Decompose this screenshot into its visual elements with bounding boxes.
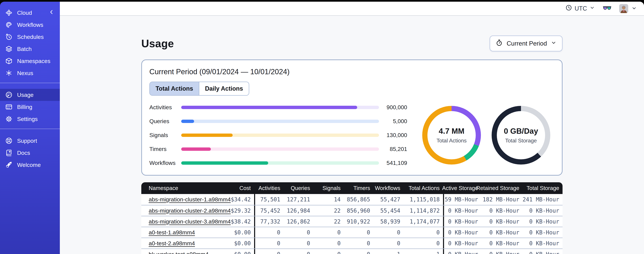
donut-value: 0 GB/Day [504,126,538,136]
bar-value: 900,000 [382,104,407,110]
sidebar-item-welcome[interactable]: Welcome [0,159,60,171]
settings-icon [5,115,13,123]
table-cell: $0.00 [214,249,254,254]
bar-value: 130,000 [382,132,407,138]
namespace-cell: abs-migration-cluster-3.a98mm4 [141,216,214,227]
table-cell: $34.42 [214,194,254,205]
sidebar-divider [0,129,60,129]
table-cell: 0 [344,227,374,238]
sidebar-item-schedules[interactable]: Schedules [0,31,60,43]
sidebar-item-nexus[interactable]: Nexus [0,67,60,79]
column-header-total-storage: Total Storage [523,182,562,194]
table-cell: 0 [374,227,404,238]
schedules-icon [5,33,13,41]
table-row: abs-migration-cluster-2.a98mm4$29.3275,4… [141,205,562,216]
app-window: CloudWorkflowsSchedulesBatchNamespacesNe… [0,2,644,254]
table-cell: 0 KB-Hour [482,238,523,248]
sidebar-item-namespaces[interactable]: Namespaces [0,55,60,67]
bar-fill [181,161,268,165]
namespace-cell: bk-worker-test.a98mm4 [141,249,214,254]
column-header-total-actions: Total Actions [404,182,443,194]
batch-icon [5,45,13,53]
table-cell: 0 [314,227,344,238]
table-cell: 126,984 [284,206,314,216]
table-cell: 1,174,077 [404,216,443,227]
table-cell: 241 MB-Hour [523,194,562,205]
table-cell: 0 KB-Hour [443,216,482,227]
user-avatar[interactable] [619,4,628,13]
table-cell: 22 [314,206,344,216]
bar-track [181,120,379,123]
tab-daily-actions[interactable]: Daily Actions [199,82,249,95]
column-header-workflows: Workflows [374,182,404,194]
namespace-cell: abs-migration-cluster-1.a98mm4 [141,194,214,205]
table-cell: 127,211 [284,194,314,205]
bar-track [181,148,379,151]
column-header-namespace: Namespace [141,182,214,194]
table-cell: 0 [314,238,344,248]
sidebar: CloudWorkflowsSchedulesBatchNamespacesNe… [0,2,60,254]
bar-fill [181,134,233,137]
table-header-row: NamespaceCostActivitiesQueriesSignalsTim… [141,182,562,194]
table-cell: $29.32 [214,206,254,216]
table-cell: $38.42 [214,216,254,227]
sidebar-item-label: Welcome [17,162,41,168]
column-header-retained-storage: Retained Storage [482,182,523,194]
table-cell: 0 [284,227,314,238]
docs-icon [5,149,13,157]
table-cell: 1 [404,249,443,254]
bar-row-queries: Queries5,000 [149,118,407,124]
table-cell: 0 [254,227,284,238]
table-row: abs-migration-cluster-3.a98mm4$38.4277,3… [141,216,562,227]
donut-total-actions: 4.7 MMTotal Actions [422,106,481,164]
sidebar-item-workflows[interactable]: Workflows [0,19,60,31]
table-cell: 0 KB-Hour [482,206,523,216]
sidebar-item-support[interactable]: Support [0,135,60,147]
column-header-active-storage: Active Storage [443,182,482,194]
clock-icon [565,4,572,13]
sidebar-collapse-icon [48,9,55,17]
page-title: Usage [141,37,174,50]
table-cell: 0 KB-Hour [443,249,482,254]
table-cell: 22 [314,216,344,227]
top-header-bar: UTC [60,2,644,16]
timezone-selector[interactable]: UTC [565,4,595,13]
table-cell: 0 [284,238,314,248]
donut-center: 0 GB/DayTotal Storage [497,111,545,159]
table-body: abs-migration-cluster-1.a98mm4$34.4275,5… [141,194,562,254]
bar-track [181,134,379,137]
table-cell: $0.00 [214,238,254,248]
sidebar-item-settings[interactable]: Settings [0,113,60,125]
table-cell: 856,960 [344,206,374,216]
tab-total-actions[interactable]: Total Actions [150,82,199,95]
table-cell: 75,452 [254,206,284,216]
sidebar-item-usage[interactable]: Usage [0,89,60,101]
sidebar-item-batch[interactable]: Batch [0,43,60,55]
sidebar-item-docs[interactable]: Docs [0,147,60,159]
table-cell: 182 MB-Hour [482,194,523,205]
table-cell: 59 MB-Hour [443,194,482,205]
page-content: Usage Current Period Current Period (09/… [60,16,644,254]
bar-row-workflows: Workflows541,109 [149,160,407,166]
table-cell: $0.00 [214,227,254,238]
sidebar-item-billing[interactable]: Billing [0,101,60,113]
sidebar-item-cloud[interactable]: Cloud [0,7,60,19]
period-selector-button[interactable]: Current Period [490,36,562,52]
bar-label: Signals [149,132,178,138]
feedback-glasses-icon[interactable] [603,4,612,13]
sidebar-item-label: Support [17,138,37,144]
table-cell: 0 [344,249,374,254]
table-row: a0-test-1.a98mm4$0.000000000 KB-Hour0 KB… [141,227,562,238]
temporal-logo-icon [5,9,13,16]
table-cell: 0 [254,238,284,248]
column-header-cost: Cost [214,182,254,194]
namespace-link[interactable]: a0-test-1.a98mm4 [149,229,195,236]
namespace-link[interactable]: a0-test-2.a98mm4 [149,240,195,247]
usage-icon [5,91,13,99]
table-cell: 0 KB-Hour [482,249,523,254]
chevron-down-icon[interactable] [631,5,637,12]
main-area: UTC Usage Current Period Current Period … [60,2,644,254]
current-period-card: Current Period (09/01/2024 — 10/01/2024)… [141,60,562,176]
donut-center: 4.7 MMTotal Actions [428,111,476,159]
namespace-link[interactable]: bk-worker-test.a98mm4 [149,251,208,254]
